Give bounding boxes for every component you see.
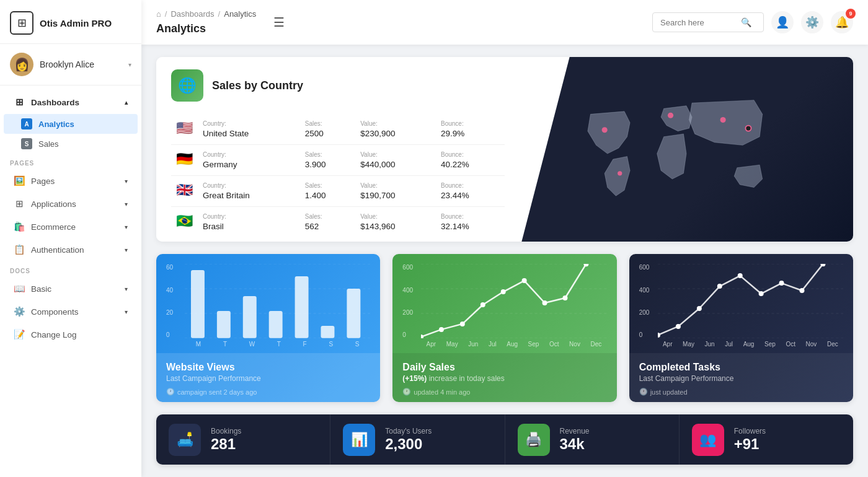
sidebar-item-changelog[interactable]: 📝 Change Log [4, 323, 138, 346]
bottom-stat-label: Followers [734, 427, 766, 435]
svg-point-1 [668, 112, 673, 118]
website-views-chart: 60 40 20 0 [156, 254, 380, 353]
daily-sales-info: Daily Sales (+15%) increase in today sal… [392, 353, 616, 402]
stats-row: 60 40 20 0 [156, 254, 853, 402]
bottom-stat-item: 👥 Followers +91 [680, 414, 853, 465]
notification-button[interactable]: 🔔 9 [831, 11, 853, 33]
sidebar-item-ecommerce[interactable]: 🛍️ Ecommerce ▾ [4, 216, 138, 238]
bottom-stats-bar: 🛋️ Bookings 281 📊 Today's Users 2,300 🖨️… [156, 414, 853, 465]
svg-rect-13 [295, 276, 309, 338]
sidebar-item-analytics[interactable]: A Analytics [4, 114, 138, 134]
basic-icon: 📖 [14, 283, 25, 294]
completed-tasks-card: 600 400 200 0 [629, 254, 853, 402]
user-name: Brooklyn Alice [40, 59, 122, 69]
website-views-x-labels: M T W T F S S [185, 338, 370, 352]
svg-rect-12 [269, 311, 283, 338]
svg-point-34 [676, 324, 681, 329]
table-row: 🇬🇧 Country: Great Britain Sales: 1.400 V… [171, 176, 505, 207]
completed-tasks-y-labels: 600 400 200 0 [639, 264, 650, 338]
user-profile-button[interactable]: 👤 [771, 11, 794, 33]
docs-group-label: DOCS [0, 261, 141, 277]
chevron-down-icon: ▾ [128, 61, 131, 68]
svg-point-38 [758, 291, 763, 296]
bottom-stat-icon: 👥 [692, 424, 724, 456]
avatar: 👩 [10, 53, 33, 76]
sidebar-item-authentication[interactable]: 📋 Authentication ▾ [4, 239, 138, 261]
components-icon: ⚙️ [14, 306, 25, 317]
bottom-stat-icon: 📊 [343, 424, 375, 456]
website-views-info: Website Views Last Campaign Performance … [156, 353, 380, 402]
main-content: ⌂ / Dashboards / Analytics Analytics ☰ 🔍… [141, 0, 868, 477]
website-views-card: 60 40 20 0 [156, 254, 380, 402]
daily-sales-subtitle: (+15%) increase in today sales [402, 374, 606, 383]
completed-tasks-x-labels: Apr May Jun Jul Aug Sep Oct Nov Dec [658, 338, 843, 352]
svg-point-36 [717, 284, 722, 289]
svg-point-21 [439, 327, 444, 332]
sidebar-item-pages[interactable]: 🖼️ Pages ▾ [4, 170, 138, 192]
home-icon: ⌂ [156, 9, 161, 19]
website-views-title: Website Views [166, 362, 370, 373]
sidebar-item-sales[interactable]: S Sales [4, 134, 138, 154]
sidebar-user[interactable]: 👩 Brooklyn Alice ▾ [0, 44, 141, 85]
svg-point-35 [697, 306, 702, 311]
ecommerce-icon: 🛍️ [14, 221, 25, 232]
svg-point-20 [421, 335, 423, 338]
chevron-down-icon-comp: ▾ [125, 309, 128, 315]
pages-icon: 🖼️ [14, 175, 25, 186]
daily-sales-title: Daily Sales [402, 362, 606, 373]
search-icon: 🔍 [741, 17, 751, 27]
header: ⌂ / Dashboards / Analytics Analytics ☰ 🔍… [141, 0, 868, 45]
completed-tasks-subtitle: Last Campaign Performance [639, 374, 843, 383]
world-map-container [520, 57, 853, 242]
bottom-stat-value: +91 [734, 435, 766, 453]
sidebar-item-applications[interactable]: ⊞ Applications ▾ [4, 193, 138, 215]
page-title: Analytics [156, 22, 206, 35]
chevron-up-icon: ▴ [125, 99, 128, 106]
settings-button[interactable]: ⚙️ [801, 11, 823, 33]
sidebar-item-components[interactable]: ⚙️ Components ▾ [4, 300, 138, 323]
daily-sales-chart: 600 400 200 0 [392, 254, 616, 353]
bottom-stat-item: 📊 Today's Users 2,300 [330, 414, 505, 465]
chevron-down-icon-ecommerce: ▾ [125, 224, 128, 230]
daily-sales-chart-svg [421, 264, 606, 338]
sales-country-data: 🌐 Sales by Country 🇺🇸 Country: United St… [156, 57, 520, 242]
daily-sales-y-labels: 600 400 200 0 [402, 264, 413, 338]
daily-sales-meta: 🕐 updated 4 min ago [402, 388, 606, 396]
analytics-indicator: A [21, 118, 32, 129]
completed-tasks-chart: 600 400 200 0 [629, 254, 853, 353]
sales-indicator: S [21, 138, 32, 149]
daily-sales-x-labels: Apr May Jun Jul Aug Sep Oct Nov Dec [421, 338, 606, 352]
bottom-stat-value: 34k [560, 435, 590, 453]
table-row: 🇺🇸 Country: United State Sales: 2500 Val… [171, 114, 505, 145]
breadcrumb-analytics: Analytics [224, 9, 256, 19]
breadcrumb: ⌂ / Dashboards / Analytics Analytics [156, 9, 256, 35]
svg-point-25 [522, 278, 527, 283]
completed-tasks-meta: 🕐 just updated [639, 388, 843, 396]
breadcrumb-dashboards: Dashboards [170, 9, 214, 19]
table-row: 🇧🇷 Country: Brasil Sales: 562 Value: $14… [171, 207, 505, 238]
chevron-down-icon-apps: ▾ [125, 201, 128, 208]
svg-point-0 [602, 127, 608, 133]
sidebar-item-basic[interactable]: 📖 Basic ▾ [4, 278, 138, 300]
hamburger-menu[interactable]: ☰ [273, 15, 285, 30]
bottom-stat-item: 🛋️ Bookings 281 [156, 414, 330, 465]
search-input[interactable] [660, 18, 741, 27]
svg-point-27 [563, 295, 568, 300]
sales-by-country-card: 🌐 Sales by Country 🇺🇸 Country: United St… [156, 57, 853, 242]
website-views-y-labels: 60 40 20 0 [166, 264, 173, 338]
chevron-down-icon-basic: ▾ [125, 286, 128, 292]
logo-icon: ⊞ [10, 11, 33, 35]
completed-tasks-info: Completed Tasks Last Campaign Performanc… [629, 353, 853, 402]
svg-rect-15 [347, 289, 360, 338]
sidebar-item-dashboards[interactable]: ⊞ Dashboards ▴ [4, 91, 138, 113]
changelog-icon: 📝 [14, 329, 25, 340]
svg-point-24 [501, 289, 506, 294]
svg-rect-11 [243, 296, 257, 338]
svg-point-2 [720, 116, 726, 122]
svg-point-23 [480, 302, 485, 307]
svg-point-4 [618, 171, 622, 175]
bar-chart-svg [185, 264, 370, 338]
completed-tasks-title: Completed Tasks [639, 362, 843, 373]
bottom-stat-value: 2,300 [385, 435, 432, 453]
search-box[interactable]: 🔍 [652, 12, 764, 32]
